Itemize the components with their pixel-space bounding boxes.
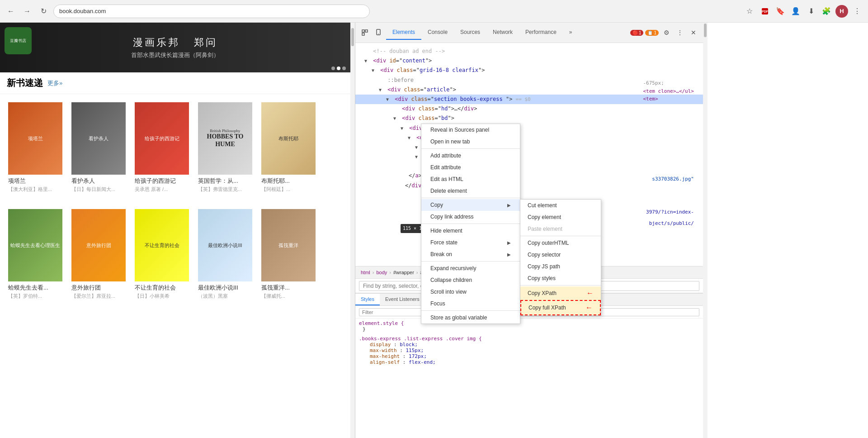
book-item-7[interactable]: 意外旅行团 意外旅行团 【爱尔兰】席亚拉... <box>68 205 131 303</box>
tree-line[interactable]: <ul cl <box>355 152 703 162</box>
book-author-10: 【挪威托... <box>261 293 317 300</box>
right-scroll-thumb[interactable] <box>704 24 707 37</box>
breadcrumb-html[interactable]: html <box>359 269 372 276</box>
left-scrollbar[interactable] <box>350 23 355 438</box>
cm-store-global[interactable]: Store as global variable <box>421 312 520 324</box>
tree-arrow[interactable] <box>393 115 399 122</box>
address-bar[interactable] <box>53 5 370 18</box>
right-scrollbar[interactable] <box>703 23 708 438</box>
back-button[interactable]: ← <box>5 5 17 18</box>
extension-pdf-icon[interactable]: PDF <box>759 5 771 18</box>
book-item-3[interactable]: 给孩子的西游记 给孩子的西游记 吴承恩 原著 /... <box>131 99 194 196</box>
menu-button[interactable]: ⋮ <box>851 5 863 18</box>
browser-window: ← → ↻ ☆ PDF 🔖 👤 ⬇ 🧩 H ⋮ 豆瓣书店 <box>0 0 868 438</box>
devtools-close-button[interactable]: ✕ <box>688 27 699 38</box>
cm-scroll-into-view[interactable]: Scroll into view <box>421 286 520 298</box>
tree-arrow[interactable] <box>379 86 384 94</box>
extension-icon2[interactable]: 👤 <box>789 5 802 18</box>
cover-text-8: 不让生育的社会 <box>143 240 181 251</box>
extension-icon1[interactable]: 🔖 <box>774 5 787 18</box>
tree-line[interactable]: <div class="grid-16-8 clearfix"> <box>355 66 703 75</box>
device-toolbar-button[interactable] <box>373 27 384 38</box>
cm-hide-element[interactable]: Hide element <box>421 225 520 237</box>
tab-sources[interactable]: Sources <box>454 25 486 40</box>
book-item-6[interactable]: 蛤蟆先生去看心理医生 蛤蟆先生去看... 【英】罗伯特... <box>5 205 68 303</box>
cm-copy-js-path[interactable]: Copy JS path <box>520 261 601 272</box>
scroll-thumb[interactable] <box>351 28 354 46</box>
cm-edit-html[interactable]: Edit as HTML <box>421 173 520 185</box>
cm-force-state[interactable]: Force state ▶ <box>421 237 520 248</box>
cm-expand-recursively[interactable]: Expand recursively <box>421 262 520 274</box>
header-subtitle: 首部水墨武侠长篇漫画（阿鼻剑） <box>131 51 219 59</box>
cm-sep-1 <box>421 148 520 149</box>
cm-cut-element[interactable]: Cut element <box>520 200 601 211</box>
tree-line[interactable]: <div cla <box>355 133 703 143</box>
cm-copy[interactable]: Copy ▶ <box>421 199 520 211</box>
tree-arrow[interactable] <box>372 67 377 74</box>
cm-delete-element[interactable]: Delete element <box>421 185 520 197</box>
tree-arrow[interactable] <box>364 57 370 65</box>
tree-arrow[interactable] <box>415 144 420 151</box>
cm-focus[interactable]: Focus <box>421 298 520 309</box>
book-item-1[interactable]: 项塔兰 项塔兰 【澳大利亚】格里... <box>5 99 68 196</box>
profile-button[interactable]: H <box>835 5 848 18</box>
cm-break-on[interactable]: Break on ▶ <box>421 248 520 260</box>
book-author-2: 【日】每日新闻大... <box>71 186 127 193</box>
book-item-2[interactable]: 看护杀人 看护杀人 【日】每日新闻大... <box>68 99 131 196</box>
tab-event-listeners[interactable]: Event Listeners <box>380 294 425 305</box>
breadcrumb-body[interactable]: body <box>374 269 389 276</box>
book-cover-3: 给孩子的西游记 <box>135 102 189 175</box>
cm-copy-selector[interactable]: Copy selector <box>520 249 601 261</box>
cm-copy-link-address[interactable]: Copy link address <box>421 211 520 223</box>
tab-performance[interactable]: Performance <box>519 25 563 40</box>
book-item-10[interactable]: 孤筏重洋 孤筏重洋... 【挪威托... <box>258 205 321 303</box>
copy-submenu: Cut element Copy element Paste element C… <box>520 199 601 316</box>
book-title-10: 孤筏重洋... <box>261 284 317 292</box>
tab-network[interactable]: Network <box>486 25 519 40</box>
tree-line[interactable]: <div id="content"> <box>355 56 703 66</box>
cm-copy-styles[interactable]: Copy styles <box>520 272 601 284</box>
devtools-more-button[interactable]: ⋮ <box>674 27 686 38</box>
tree-arrow[interactable] <box>408 134 413 142</box>
cm-edit-attribute[interactable]: Edit attribute <box>421 162 520 173</box>
tree-line[interactable]: <div class="bd"> <box>355 114 703 123</box>
cm-open-new-tab[interactable]: Open in new tab <box>421 136 520 148</box>
book-item-5[interactable]: 布斯托耶 布斯托耶... 【阿根廷】... <box>258 99 321 196</box>
book-item-9[interactable]: 最佳欧洲小说III 最佳欧洲小说III （波黑）黑塞 <box>194 205 258 303</box>
cm-add-attribute[interactable]: Add attribute <box>421 150 520 162</box>
cm-reveal-sources[interactable]: Reveal in Sources panel <box>421 124 520 136</box>
tree-arrow[interactable] <box>386 96 392 103</box>
tab-console[interactable]: Console <box>421 25 454 40</box>
tab-more[interactable]: » <box>563 25 579 40</box>
inspect-button[interactable] <box>359 27 371 38</box>
browser-toolbar: ← → ↻ ☆ PDF 🔖 👤 ⬇ 🧩 H ⋮ <box>0 0 868 23</box>
devtools-settings-button[interactable]: ⚙ <box>660 27 672 38</box>
book-item-8[interactable]: 不让生育的社会 不让生育的社会 【日】小林美希 <box>131 205 194 303</box>
breadcrumb-wrapper[interactable]: #wrapper <box>392 269 416 276</box>
section-title: 新书速递 <box>7 77 43 89</box>
more-link[interactable]: 更多» <box>47 79 62 87</box>
tab-elements[interactable]: Elements <box>386 25 421 40</box>
tree-line[interactable]: <div class="hd">…</div> <box>355 104 703 114</box>
tree-img-line[interactable]: <img src="https: <box>355 162 703 171</box>
cm-collapse-children[interactable]: Collapse children <box>421 274 520 286</box>
cm-copy-element[interactable]: Copy element <box>520 211 601 223</box>
tree-arrow[interactable] <box>401 125 406 132</box>
tab-styles[interactable]: Styles <box>355 294 380 305</box>
extensions-button[interactable]: 🧩 <box>820 5 833 18</box>
tree-line[interactable]: <div class <box>355 124 703 133</box>
cm-sep-4 <box>421 261 520 262</box>
img-class-right: bject/s/public/ <box>649 219 694 228</box>
tree-arrow[interactable] <box>415 153 420 161</box>
star-button[interactable]: ☆ <box>743 5 756 18</box>
book-item-4[interactable]: British Philosophy HOBBES TO HUME 英国哲学：从… <box>194 99 258 196</box>
cm-copy-xpath[interactable]: Copy XPath ← <box>520 286 601 300</box>
forward-button[interactable]: → <box>21 5 33 18</box>
reload-button[interactable]: ↻ <box>37 5 50 18</box>
tree-line[interactable]: <ul cl <box>355 143 703 152</box>
cm-copy-full-xpath[interactable]: Copy full XPath ← <box>520 300 601 315</box>
books-grid: 项塔兰 项塔兰 【澳大利亚】格里... 看护杀人 看护杀人 【日】每日新闻大..… <box>0 94 350 201</box>
tree-div-close: </div> <box>355 181 703 190</box>
cm-copy-outerhtml[interactable]: Copy outerHTML <box>520 237 601 249</box>
download-button[interactable]: ⬇ <box>805 5 817 18</box>
